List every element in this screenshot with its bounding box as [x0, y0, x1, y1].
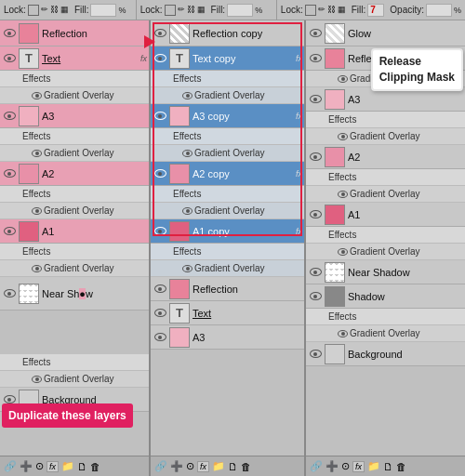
- layer-item[interactable]: Near Sh●w: [0, 277, 149, 311]
- add-layer-icon[interactable]: ➕: [326, 460, 339, 472]
- effects-sub: Effects: [0, 244, 149, 260]
- chain-icon-3[interactable]: ⛓: [327, 5, 336, 16]
- fx-btn[interactable]: fx: [46, 461, 59, 472]
- new-layer-icon[interactable]: 🗋: [383, 461, 393, 472]
- layer-item[interactable]: T Text: [151, 301, 304, 325]
- layer-item-selected[interactable]: A2 copy fx: [151, 162, 304, 186]
- eye-icon-sub[interactable]: [338, 246, 348, 258]
- folder-icon[interactable]: 📁: [367, 460, 380, 472]
- eye-icon[interactable]: [153, 284, 167, 293]
- layer-item-selected[interactable]: T Text copy fx: [151, 46, 304, 71]
- eye-icon[interactable]: [2, 112, 17, 120]
- eye-icon[interactable]: [153, 54, 167, 62]
- opacity-value-3[interactable]: [426, 4, 452, 17]
- eye-icon[interactable]: [308, 95, 323, 103]
- eye-icon-sub[interactable]: [338, 73, 348, 85]
- layer-item[interactable]: A3: [151, 325, 304, 350]
- brush-icon-1[interactable]: ✏: [41, 5, 48, 16]
- layer-thumb: [19, 221, 39, 242]
- eye-icon-sub[interactable]: [32, 148, 42, 159]
- layer-item[interactable]: Reflection copy: [151, 20, 304, 46]
- eye-icon-sub[interactable]: [338, 131, 348, 142]
- grid-icon-1[interactable]: ▦: [60, 5, 69, 16]
- layer-item[interactable]: A1: [306, 203, 465, 227]
- mask-icon[interactable]: ⊙: [35, 460, 44, 472]
- eye-icon[interactable]: [308, 268, 323, 276]
- eye-icon[interactable]: [308, 54, 323, 62]
- layer-item-selected[interactable]: A3 copy fx: [151, 104, 304, 128]
- eye-icon[interactable]: [2, 26, 17, 41]
- eye-icon[interactable]: [2, 395, 17, 403]
- brush-icon-3[interactable]: ✏: [318, 5, 326, 16]
- trash-icon[interactable]: 🗑: [396, 461, 406, 472]
- mask-icon[interactable]: ⊙: [186, 460, 194, 472]
- panel2-topbar: Lock: ✏ ⛓ ▦ Fill: %: [137, 0, 277, 20]
- eye-icon-sub[interactable]: [182, 148, 193, 159]
- grid-icon-2[interactable]: ▦: [197, 5, 206, 16]
- eye-icon[interactable]: [308, 210, 323, 218]
- add-link-icon[interactable]: 🔗: [310, 460, 323, 472]
- layer-item[interactable]: Glow: [306, 20, 465, 46]
- eye-icon[interactable]: [308, 29, 323, 37]
- eye-icon-sub[interactable]: [182, 90, 193, 101]
- fill-value-1[interactable]: [90, 4, 116, 17]
- lock-icon-1[interactable]: [28, 5, 39, 16]
- eye-icon[interactable]: [153, 169, 167, 178]
- chain-icon-1[interactable]: ⛓: [50, 5, 59, 16]
- eye-icon[interactable]: [153, 227, 167, 235]
- layer-item[interactable]: Reflection: [0, 20, 149, 46]
- folder-icon[interactable]: 📁: [212, 460, 225, 472]
- eye-icon-sub[interactable]: [182, 205, 193, 217]
- eye-icon-sub[interactable]: [338, 328, 348, 339]
- layer-shadow-3[interactable]: Shadow: [306, 284, 465, 309]
- eye-icon[interactable]: [308, 350, 323, 358]
- effects-sub: Effects: [306, 227, 465, 244]
- eye-icon[interactable]: [153, 112, 167, 120]
- brush-icon-2[interactable]: ✏: [178, 5, 185, 16]
- layer-item[interactable]: A3: [306, 87, 465, 112]
- add-link-icon[interactable]: 🔗: [154, 460, 167, 472]
- folder-icon[interactable]: 📁: [61, 460, 74, 472]
- add-layer-icon[interactable]: ➕: [170, 460, 183, 472]
- eye-icon-sub[interactable]: [32, 205, 42, 217]
- fill-value-3[interactable]: 7: [367, 4, 384, 17]
- layer-item[interactable]: A3: [0, 104, 149, 128]
- trash-icon[interactable]: 🗑: [90, 461, 100, 472]
- layer-item[interactable]: T Text fx: [0, 46, 149, 71]
- layer-item[interactable]: Reflection: [151, 277, 304, 301]
- eye-icon[interactable]: [308, 152, 323, 161]
- eye-icon-sub[interactable]: [32, 374, 42, 385]
- layer-item[interactable]: A2: [0, 162, 149, 186]
- eye-icon-sub[interactable]: [32, 263, 42, 274]
- layer-thumb: [19, 164, 39, 184]
- trash-icon[interactable]: 🗑: [241, 461, 251, 472]
- add-link-icon[interactable]: 🔗: [4, 460, 17, 472]
- fx-btn[interactable]: fx: [197, 461, 209, 472]
- chain-icon-2[interactable]: ⛓: [187, 5, 195, 16]
- new-layer-icon[interactable]: 🗋: [77, 461, 87, 472]
- layer-name: A2: [348, 152, 463, 163]
- eye-icon[interactable]: [308, 292, 323, 300]
- eye-icon[interactable]: [153, 309, 167, 317]
- layer-item[interactable]: A2: [306, 145, 465, 169]
- mask-icon[interactable]: ⊙: [341, 460, 350, 472]
- eye-icon[interactable]: [2, 54, 17, 62]
- layer-near-shadow-3[interactable]: Near Shadow: [306, 260, 465, 284]
- fx-btn[interactable]: fx: [352, 461, 365, 472]
- layer-bg-3[interactable]: Background: [306, 342, 465, 366]
- new-layer-icon[interactable]: 🗋: [228, 461, 238, 472]
- eye-icon[interactable]: [153, 333, 167, 341]
- add-layer-icon[interactable]: ➕: [20, 460, 33, 472]
- eye-icon[interactable]: [2, 169, 17, 178]
- eye-icon[interactable]: [2, 289, 17, 298]
- layer-item[interactable]: A1: [0, 219, 149, 244]
- grid-icon-3[interactable]: ▦: [338, 5, 346, 16]
- fill-value-2[interactable]: [227, 4, 253, 17]
- lock-icon-3[interactable]: [305, 5, 316, 16]
- layer-item-selected[interactable]: A1 copy fx: [151, 219, 304, 244]
- lock-icon-2[interactable]: [165, 5, 176, 16]
- eye-icon-sub[interactable]: [182, 263, 193, 274]
- eye-icon-sub[interactable]: [32, 90, 42, 101]
- eye-icon[interactable]: [2, 227, 17, 235]
- eye-icon-sub[interactable]: [338, 189, 348, 200]
